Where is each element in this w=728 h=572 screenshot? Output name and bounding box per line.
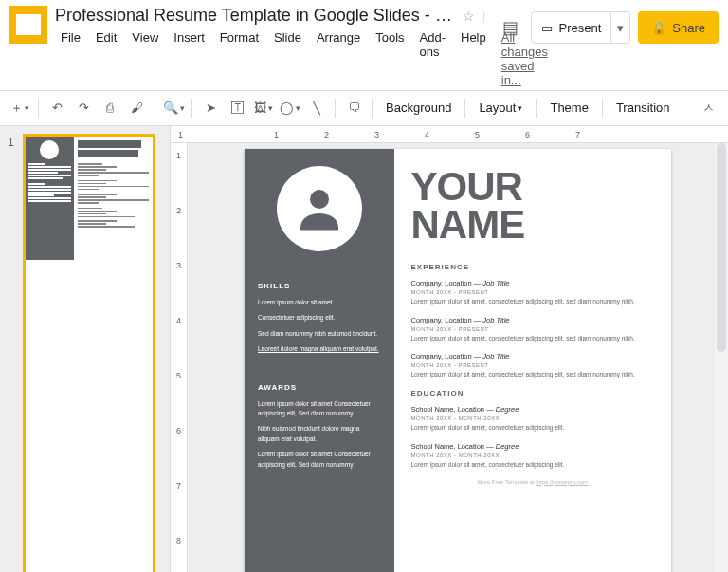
avatar-placeholder [277, 166, 362, 251]
textbox-tool[interactable]: 🅃 [225, 96, 249, 120]
comment-tool[interactable]: 🗨 [341, 96, 366, 120]
new-slide-button[interactable]: ＋▾ [8, 96, 32, 120]
svg-point-0 [310, 190, 329, 209]
present-icon: ▭ [541, 21, 553, 35]
slide-number: 1 [8, 134, 17, 572]
skills-text: Sed diam nonummy nibh euismod tincidunt. [258, 329, 381, 339]
menu-insert[interactable]: Insert [168, 28, 210, 90]
background-button[interactable]: Background [378, 96, 459, 120]
menu-addons[interactable]: Add-ons [414, 28, 451, 90]
theme-button[interactable]: Theme [542, 96, 595, 120]
share-button[interactable]: 🔒 Share [638, 11, 719, 44]
experience-entry: Company, Location — Job Title MONTH 20XX… [411, 316, 655, 343]
education-entry: School Name, Location — Degree MONTH 20X… [411, 442, 655, 470]
line-tool[interactable]: ╲ [304, 96, 329, 120]
layout-button[interactable]: Layout▾ [471, 96, 530, 120]
skills-text: Lorem ipsum dolor sit amet. [258, 298, 381, 307]
menu-bar: File Edit View Insert Format Slide Arran… [55, 28, 485, 90]
awards-text: Nibh euismod tincidunt dolore magna aliq… [258, 424, 381, 444]
lock-icon: 🔒 [651, 21, 666, 35]
menu-view[interactable]: View [126, 28, 164, 90]
transition-button[interactable]: Transition [609, 96, 678, 120]
share-label: Share [672, 21, 705, 35]
present-button[interactable]: ▭ Present [532, 12, 610, 43]
zoom-button[interactable]: 🔍▾ [161, 96, 186, 120]
education-entry: School Name, Location — Degree MONTH 20X… [411, 405, 655, 433]
shape-tool[interactable]: ◯▾ [278, 96, 302, 120]
star-icon[interactable]: ☆ [463, 9, 475, 24]
comments-icon[interactable]: ▤ [497, 14, 523, 41]
toolbar: ＋▾ ↶ ↷ ⎙ 🖌 🔍▾ ➤ 🅃 🖼▾ ◯▾ ╲ 🗨 Background L… [0, 90, 728, 126]
menu-edit[interactable]: Edit [90, 28, 122, 90]
slide-thumbnail-1[interactable] [23, 134, 155, 572]
education-heading: EDUCATION [411, 389, 655, 397]
experience-heading: EXPERIENCE [411, 263, 655, 271]
ruler-horizontal: 11234567 [171, 126, 728, 143]
awards-text: Lorem ipsum dolor sit amet Consectetuer … [258, 399, 381, 419]
select-tool[interactable]: ➤ [198, 96, 223, 120]
separator: | [482, 9, 485, 23]
redo-button[interactable]: ↷ [71, 96, 96, 120]
print-button[interactable]: ⎙ [98, 96, 122, 120]
paint-format-button[interactable]: 🖌 [124, 96, 149, 120]
menu-format[interactable]: Format [214, 28, 264, 90]
present-dropdown[interactable]: ▾ [610, 12, 629, 43]
document-title[interactable]: Professional Resume Template in Google S… [55, 6, 455, 26]
menu-file[interactable]: File [55, 28, 86, 90]
awards-text: Lorem ipsum dolor sit amet Consectetuer … [258, 450, 381, 470]
name-heading: YOUR NAME [411, 168, 655, 244]
skills-text: Consectetuer adipiscing elit. [258, 313, 381, 323]
slide-canvas[interactable]: SKILLS Lorem ipsum dolor sit amet. Conse… [245, 149, 671, 572]
footer-credit: More Free Template at https://prexepro.c… [411, 479, 655, 485]
menu-tools[interactable]: Tools [370, 28, 410, 90]
hide-menus-button[interactable]: ㅅ [696, 96, 720, 120]
image-tool[interactable]: 🖼▾ [251, 96, 276, 120]
menu-slide[interactable]: Slide [268, 28, 307, 90]
present-label: Present [558, 21, 601, 35]
experience-entry: Company, Location — Job Title MONTH 20XX… [411, 279, 655, 306]
skills-text: Laoreet dolore magna aliquam erat volutp… [258, 344, 381, 354]
experience-entry: Company, Location — Job Title MONTH 20XX… [411, 352, 655, 379]
undo-button[interactable]: ↶ [45, 96, 69, 120]
scrollbar-vertical[interactable] [715, 143, 728, 572]
menu-help[interactable]: Help [455, 28, 492, 90]
skills-heading: SKILLS [258, 282, 381, 290]
ruler-vertical: 12345678 [171, 143, 188, 572]
filmstrip: 1 [0, 126, 171, 572]
slides-logo[interactable] [9, 6, 47, 44]
menu-arrange[interactable]: Arrange [311, 28, 366, 90]
awards-heading: AWARDS [258, 383, 381, 392]
